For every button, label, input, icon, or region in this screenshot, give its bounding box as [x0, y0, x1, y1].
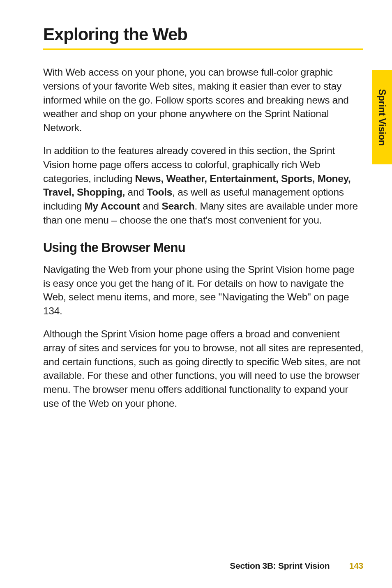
p2-bold-tools: Tools	[147, 187, 172, 198]
p2-bold-search: Search	[161, 201, 194, 212]
intro-paragraph-1: With Web access on your phone, you can b…	[43, 65, 363, 135]
p2-text-d: and	[140, 201, 161, 212]
body-paragraph-2: Although the Sprint Vision home page off…	[43, 327, 363, 410]
page-title: Exploring the Web	[43, 25, 363, 50]
section-heading: Using the Browser Menu	[43, 240, 363, 255]
page-footer: Section 3B: Sprint Vision 143	[230, 561, 363, 571]
body-paragraph-1: Navigating the Web from your phone using…	[43, 263, 363, 318]
intro-paragraph-2: In addition to the features already cove…	[43, 144, 363, 227]
footer-page-number: 143	[349, 561, 363, 570]
footer-section-label: Section 3B: Sprint Vision	[230, 561, 330, 570]
side-tab-label: Sprint Vision	[377, 89, 388, 145]
document-page: Sprint Vision Exploring the Web With Web…	[0, 0, 392, 588]
p2-text-b: and	[125, 187, 147, 198]
p2-bold-myaccount: My Account	[85, 201, 140, 212]
side-tab: Sprint Vision	[372, 70, 392, 164]
